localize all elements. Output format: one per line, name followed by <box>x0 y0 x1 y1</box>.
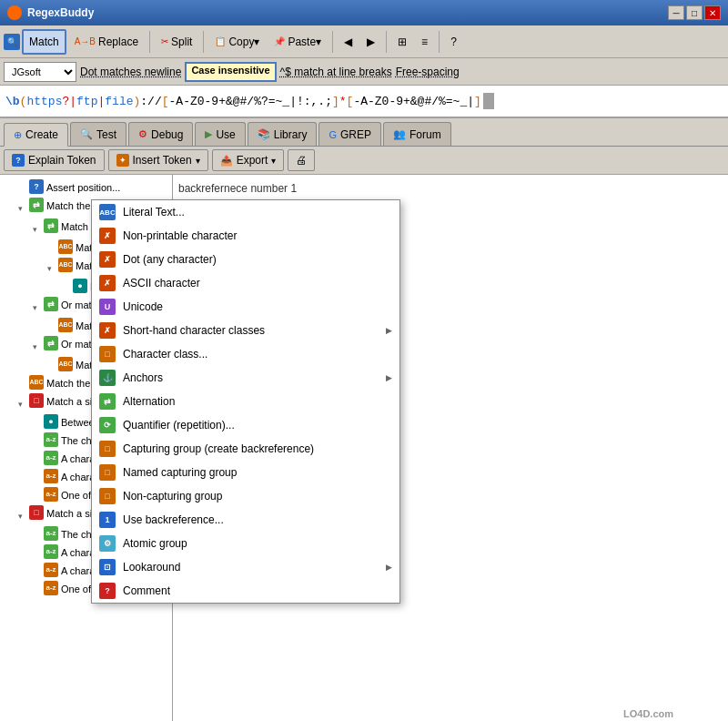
atomic-group-icon: ⚙ <box>99 535 116 552</box>
toolbar-sep-2 <box>203 31 204 53</box>
submenu-arrow-anchors: ▶ <box>386 373 392 382</box>
close-button[interactable]: ✕ <box>704 5 721 20</box>
caret-dollar-label[interactable]: ^$ match at line breaks <box>280 66 392 78</box>
node-icon: □ <box>29 505 44 520</box>
insert-token-menu[interactable]: ABC Literal Text... ✗ Non-printable char… <box>91 199 400 604</box>
alternation-icon: ⇄ <box>99 393 116 410</box>
replace-button[interactable]: A→B Replace <box>68 29 145 55</box>
export-btn[interactable]: 📤 Export <box>212 149 285 171</box>
main-toolbar: 🔍 Match A→B Replace ✂ Split 📋 Copy▾ 📌 Pa… <box>0 25 728 58</box>
menu-item-char-class[interactable]: □ Character class... <box>92 342 399 366</box>
main-tabs: ⊕ Create 🔍 Test ⚙ Debug ▶ Use 📚 Library … <box>0 118 728 147</box>
node-icon: a-z <box>44 581 58 595</box>
toolbar-sep-3 <box>332 31 333 53</box>
node-icon: ABC <box>58 357 73 371</box>
ascii-icon: ✗ <box>99 275 116 291</box>
node-icon: ? <box>29 179 44 194</box>
desc-line-1: backrefernece number 1 <box>178 180 723 197</box>
non-capturing-icon: □ <box>99 488 116 504</box>
toolbar-sep-1 <box>149 31 150 53</box>
tab-library[interactable]: 📚 Library <box>248 122 318 146</box>
shorthand-icon: ✗ <box>99 322 116 339</box>
match-button[interactable]: Match <box>22 29 66 55</box>
menu-item-capturing-group[interactable]: □ Capturing group (create backreference) <box>92 437 399 461</box>
dot-icon: ✗ <box>99 251 116 268</box>
minimize-button[interactable]: ─ <box>668 5 684 20</box>
menu-item-backreference[interactable]: 1 Use backreference... <box>92 508 399 532</box>
watermark: LO4D.com <box>623 708 673 719</box>
forward-button[interactable]: ▶ <box>360 29 381 55</box>
literal-text-icon: ABC <box>99 204 116 220</box>
main-content: ? Assert position... ▾ ⇄ Match the re...… <box>0 175 728 721</box>
tab-grep[interactable]: G GREP <box>318 122 381 146</box>
copy-button[interactable]: 📋 Copy▾ <box>208 29 266 55</box>
list-item[interactable]: ? Assert position... <box>0 178 172 197</box>
tab-forum[interactable]: 👥 Forum <box>383 122 451 146</box>
grid-button[interactable]: ⊞ <box>391 29 413 55</box>
node-icon: a-z <box>44 469 58 483</box>
node-icon: a-z <box>44 526 58 541</box>
case-insensitive-btn[interactable]: Case insensitive <box>185 62 276 82</box>
menu-item-ascii[interactable]: ✗ ASCII character <box>92 271 399 295</box>
title-bar: RegexBuddy ─ □ ✕ <box>0 0 728 25</box>
insert-token-btn[interactable]: ✦ Insert Token <box>108 149 208 171</box>
dot-matches-label[interactable]: Dot matches newline <box>80 66 181 78</box>
tab-use[interactable]: ▶ Use <box>195 122 245 146</box>
node-icon: ABC <box>58 239 73 254</box>
menu-item-alternation[interactable]: ⇄ Alternation <box>92 390 399 413</box>
split-button[interactable]: ✂ Split <box>155 29 198 55</box>
menu-item-lookaround[interactable]: ⊡ Lookaround ▶ <box>92 555 399 579</box>
node-icon: ⇄ <box>44 336 58 350</box>
backreference-icon: 1 <box>99 512 116 528</box>
menu-item-named-group[interactable]: □ Named capturing group <box>92 461 399 484</box>
submenu-arrow-lookaround: ▶ <box>386 563 392 572</box>
title-bar-controls[interactable]: ─ □ ✕ <box>668 5 721 20</box>
maximize-button[interactable]: □ <box>686 5 703 20</box>
node-icon: □ <box>29 393 44 408</box>
menu-item-atomic-group[interactable]: ⚙ Atomic group <box>92 532 399 555</box>
menu-item-literal-text[interactable]: ABC Literal Text... <box>92 200 399 224</box>
node-icon: ⇄ <box>44 218 58 233</box>
node-icon: a-z <box>44 487 58 502</box>
tab-debug[interactable]: ⚙ Debug <box>128 122 193 146</box>
match-icon: 🔍 <box>4 34 20 50</box>
free-spacing-label[interactable]: Free-spacing <box>396 66 460 78</box>
menu-item-shorthand[interactable]: ✗ Short-hand character classes ▶ <box>92 319 399 342</box>
node-icon: ABC <box>29 375 44 390</box>
back-button[interactable]: ◀ <box>338 29 359 55</box>
node-icon: a-z <box>44 563 58 577</box>
capturing-group-icon: □ <box>99 441 116 457</box>
options-toolbar: JGsoft .NET Java Dot matches newline Cas… <box>0 58 728 86</box>
menu-item-comment[interactable]: ? Comment <box>92 579 399 603</box>
print-btn[interactable]: 🖨 <box>288 149 315 171</box>
submenu-arrow: ▶ <box>386 326 392 335</box>
menu-item-non-capturing[interactable]: □ Non-capturing group <box>92 484 399 508</box>
toolbar-sep-4 <box>386 31 387 53</box>
lookaround-icon: ⊡ <box>99 559 116 575</box>
list-button[interactable]: ≡ <box>415 29 434 55</box>
tab-create[interactable]: ⊕ Create <box>4 123 68 147</box>
menu-item-dot[interactable]: ✗ Dot (any character) <box>92 248 399 271</box>
node-icon: ABC <box>58 318 73 332</box>
char-class-icon: □ <box>99 346 116 362</box>
help-button[interactable]: ? <box>444 29 463 55</box>
window-title: RegexBuddy <box>27 6 94 19</box>
paste-button[interactable]: 📌 Paste▾ <box>268 29 328 55</box>
node-icon: ● <box>73 279 87 293</box>
node-icon: ● <box>44 414 58 429</box>
menu-item-anchors[interactable]: ⚓ Anchors ▶ <box>92 366 399 390</box>
title-bar-left: RegexBuddy <box>7 5 94 20</box>
regex-input-bar[interactable]: \b(https?|ftp|file)://[-A-Z0-9+&@#/%?=~_… <box>0 86 728 118</box>
menu-item-quantifier[interactable]: ⟳ Quantifier (repetition)... <box>92 413 399 437</box>
menu-item-unicode[interactable]: U Unicode <box>92 295 399 319</box>
token-toolbar: ? Explain Token ✦ Insert Token 📤 Export … <box>0 147 728 175</box>
flavor-select[interactable]: JGsoft .NET Java <box>4 62 76 82</box>
anchors-icon: ⚓ <box>99 370 116 386</box>
unicode-icon: U <box>99 299 116 315</box>
quantifier-icon: ⟳ <box>99 417 116 433</box>
menu-item-non-printable[interactable]: ✗ Non-printable character <box>92 224 399 248</box>
tab-test[interactable]: 🔍 Test <box>70 122 126 146</box>
node-icon: ABC <box>58 258 73 272</box>
explain-token-btn[interactable]: ? Explain Token <box>4 149 105 171</box>
app-icon <box>7 5 22 20</box>
